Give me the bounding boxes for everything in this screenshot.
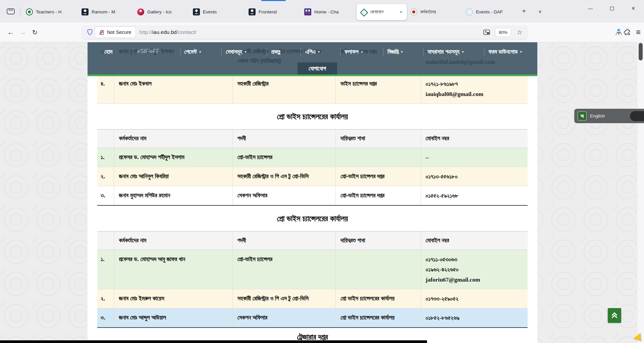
picture-in-picture-icon[interactable] bbox=[482, 27, 492, 37]
mobile-cell: ০১৭১৩-৫৫৬১৮০ bbox=[421, 167, 528, 186]
nav-item-apa[interactable]: এপিএ bbox=[301, 48, 324, 56]
phone-number: ০১৫৫২-৫৯২১৬৮ bbox=[426, 191, 522, 201]
nav-item-payment[interactable]: পেমেন্ট bbox=[180, 48, 205, 56]
puzzle-icon bbox=[624, 29, 631, 36]
phone-number: ০১৭১১-০৫৩০৬৩ bbox=[426, 254, 522, 264]
designation-cell: সেকশন অফিসার bbox=[232, 308, 335, 327]
header-designation: পদবী bbox=[232, 232, 335, 250]
tab-title: কর্মকর্তাদের bbox=[420, 9, 459, 15]
tracking-protection-shield-icon[interactable] bbox=[85, 29, 95, 36]
seal-favicon bbox=[466, 8, 473, 15]
serial-cell: ২. bbox=[97, 167, 114, 186]
branch-cell bbox=[335, 250, 421, 289]
back-button[interactable]: ← bbox=[5, 26, 17, 38]
tab-title: Gallery - Ico bbox=[147, 9, 186, 14]
contacts-table: কর্মকর্তাদের নাম পদবী দায়িত্বরত শাখা মো… bbox=[97, 231, 528, 328]
header-mobile: মোবাইল নম্বর bbox=[421, 232, 528, 250]
designation-cell: প্রো-ভাইস চ্যান্সেলর bbox=[232, 148, 335, 167]
reload-button[interactable]: ↻ bbox=[29, 26, 41, 38]
yellow-scroll-marker bbox=[634, 333, 644, 343]
language-label: English bbox=[590, 113, 627, 118]
tab-ramom[interactable]: Ramom - M bbox=[78, 4, 134, 20]
name-cell: জনাব মুহাম্মদ মশিউর রহমান bbox=[114, 186, 232, 205]
nav-item-esif[interactable]: eSIF/eFF bbox=[133, 48, 164, 55]
header-name: কর্মকর্তাদের নাম bbox=[114, 232, 232, 250]
bookmark-star-icon[interactable]: ☆ bbox=[515, 27, 525, 37]
serial-cell: ১. bbox=[97, 148, 114, 167]
header-mobile: মোবাইল নম্বর bbox=[421, 130, 528, 148]
account-button[interactable] bbox=[619, 29, 619, 35]
table-header-row: কর্মকর্তাদের নাম পদবী দায়িত্বরত শাখা মো… bbox=[97, 231, 528, 250]
serial-cell: ২. bbox=[97, 289, 114, 308]
tab-close-icon[interactable]: × bbox=[398, 9, 404, 15]
graduation-cap-favicon bbox=[137, 8, 144, 15]
graduation-cap-favicon bbox=[249, 8, 256, 15]
scroll-to-top-button[interactable] bbox=[608, 308, 621, 323]
name-cell: প্রফেসর ড. মোহাম্মদ আবু জাফর খান bbox=[114, 250, 232, 289]
tab-contact-active[interactable]: যোগাযোগ × bbox=[357, 4, 407, 20]
footer-edge-strip bbox=[0, 340, 427, 343]
table-row: ৪. জনাব মোঃ ইকবাল সহকারী রেজিস্ট্রার ভাই… bbox=[97, 75, 528, 104]
extensions-button[interactable] bbox=[624, 29, 631, 36]
tab-teachers[interactable]: Teachers - H bbox=[22, 4, 78, 20]
tab-gallery[interactable]: Gallery - Ico bbox=[134, 4, 190, 20]
phone-number: – bbox=[426, 152, 522, 162]
widget-handle[interactable] bbox=[630, 111, 644, 121]
designation-cell: সহকারী রেজিস্ট্রার bbox=[232, 75, 335, 103]
tab-officers[interactable]: কর্মকর্তাদের bbox=[407, 4, 463, 20]
contacts-table: কর্মকর্তাদের নাম পদবী দায়িত্বরত শাখা মো… bbox=[97, 129, 528, 206]
email-address: iauiqbal08@gmail.com bbox=[426, 89, 522, 99]
scrollbar-thumb[interactable] bbox=[639, 43, 643, 60]
new-tab-button[interactable]: + bbox=[518, 6, 530, 17]
name-cell: প্রফেসর ড. মোহাম্মদ শহীদুল ইসলাম bbox=[114, 148, 232, 167]
graduation-cap-favicon bbox=[193, 8, 200, 15]
section-title-partial: ট্রেজারার দপ্তর bbox=[97, 328, 528, 342]
table-row: ১. প্রফেসর ড. মোহাম্মদ আবু জাফর খান প্রো… bbox=[97, 250, 528, 289]
page-scrollbar[interactable] bbox=[637, 42, 644, 343]
graduation-cap-favicon bbox=[82, 8, 89, 15]
tab-events-dar[interactable]: Events - DAF bbox=[463, 4, 518, 20]
nav-item-contact-active[interactable]: যোগাযোগ bbox=[298, 62, 337, 75]
section-title: প্রো ভাইস চ্যান্সেলরের কার্যালয় bbox=[97, 206, 528, 231]
section-title: প্রো ভাইস চ্যান্সেলরের কার্যালয় bbox=[97, 104, 528, 129]
tab-home[interactable]: Home - Cha bbox=[301, 4, 357, 20]
site-security-chip[interactable]: Not Secure bbox=[95, 27, 136, 38]
serial-cell: ১. bbox=[97, 250, 114, 289]
zoom-level-button[interactable]: 80% bbox=[495, 28, 511, 37]
nav-item-results[interactable]: ফলাফল bbox=[340, 48, 367, 56]
minimize-button[interactable]: — bbox=[580, 0, 601, 17]
close-window-button[interactable]: ✕ bbox=[623, 0, 644, 17]
serial-cell: ৩. bbox=[97, 308, 114, 327]
nav-item-home[interactable]: হোম bbox=[100, 48, 116, 56]
name-cell: জনাব মোঃ ইকবাল bbox=[114, 75, 232, 103]
app-menu-hamburger-icon[interactable]: ≡ bbox=[636, 28, 641, 37]
maximize-button[interactable] bbox=[601, 0, 623, 17]
nav-item-services[interactable]: সেবাসমূহ bbox=[221, 48, 250, 56]
list-all-tabs-chevron-icon[interactable]: ∨ bbox=[534, 6, 546, 17]
table-row: ৩. জনাব মুহাম্মদ মশিউর রহমান সেকশন অফিসা… bbox=[97, 186, 528, 206]
forward-button[interactable]: → bbox=[17, 26, 29, 38]
branch-cell: প্রো-ভাইস চ্যান্সেলর দপ্তর bbox=[335, 167, 421, 186]
language-switcher-widget[interactable]: অ English bbox=[574, 109, 644, 123]
nav-item-projects[interactable]: প্রকল্প bbox=[267, 48, 284, 56]
name-cell: জনাব মোঃ আনিসুল কিবরিয়া bbox=[114, 167, 232, 186]
firefox-view-button[interactable] bbox=[4, 6, 17, 17]
designation-cell: সেকশন অফিসার bbox=[232, 186, 335, 205]
insecure-lock-icon bbox=[99, 30, 105, 35]
iau-diamond-favicon bbox=[360, 8, 367, 15]
tab-events[interactable]: Events bbox=[190, 4, 245, 20]
nav-item-notices[interactable]: বিজ্ঞপ্তি bbox=[383, 48, 407, 56]
tab-title: Events bbox=[203, 9, 242, 14]
nav-item-madrasah-letters[interactable]: মাদরাসার পত্রসমূহ bbox=[423, 48, 468, 56]
tab-title: Teachers - H bbox=[36, 9, 75, 14]
window-controls: — ✕ bbox=[580, 0, 644, 17]
tab-frontend[interactable]: Frontend bbox=[245, 4, 301, 20]
tab-title: যোগাযোগ bbox=[370, 9, 395, 15]
nav-item-form-download[interactable]: ফরম ডাউনলোড bbox=[484, 48, 526, 56]
header-designation: পদবী bbox=[232, 130, 335, 148]
name-cell: জনাব মোঃ আব্দুল আউয়াল bbox=[114, 308, 232, 327]
branch-cell: ভাইস চ্যান্সেলর দপ্তর bbox=[335, 75, 421, 103]
url-path: /contact/ bbox=[177, 29, 197, 35]
url-bar[interactable]: Not Secure http://iau.edu.bd/contact/ 80… bbox=[82, 26, 527, 39]
header-branch: দায়িত্বরত শাখা bbox=[335, 232, 421, 250]
